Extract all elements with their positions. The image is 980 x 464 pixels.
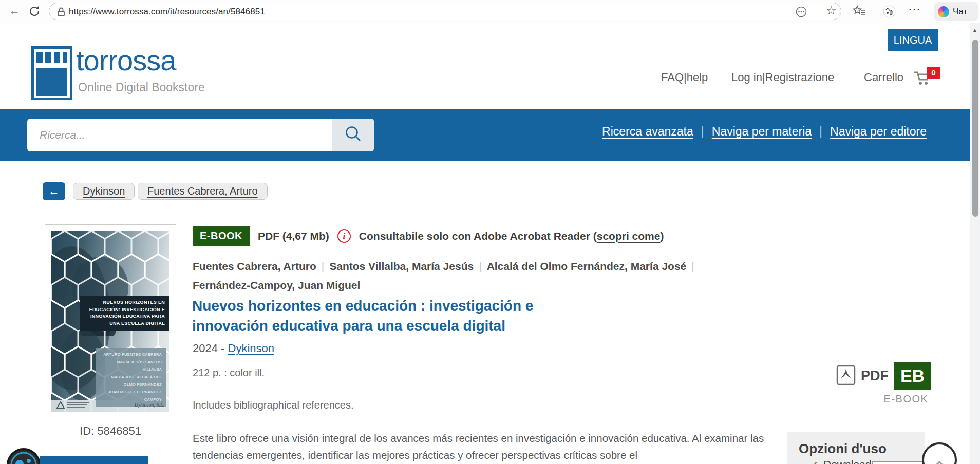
browse-publisher-link[interactable]: Naviga per editore: [830, 125, 927, 139]
year-publisher-row: 2024 - Dykinson: [193, 342, 274, 355]
search-band: Ricerca avanzata | Naviga per materia | …: [0, 109, 970, 161]
format-icons-row: PDF EB: [836, 362, 931, 390]
cart-count-badge: 0: [927, 67, 940, 79]
site-logo-tagline: Online Digital Bookstore: [78, 81, 205, 94]
page-scrollbar[interactable]: ▲: [970, 23, 980, 464]
authors-list: Fuentes Cabrera, Arturo|Santos Villalba,…: [193, 257, 778, 295]
language-button[interactable]: LINGUA: [888, 29, 938, 51]
ebook-badge[interactable]: EB: [894, 362, 931, 390]
browser-toolbar: ← https://www.torrossa.com/it/resources/…: [0, 0, 980, 23]
permissions-ellipsis-icon[interactable]: [795, 6, 807, 20]
copilot-label: Чат: [953, 7, 967, 17]
chevron-up-icon: [928, 458, 951, 464]
author-link[interactable]: Fuentes Cabrera, Arturo: [193, 260, 316, 272]
file-info: PDF (4,67 Mb): [258, 230, 329, 242]
format-row: E-BOOK PDF (4,67 Mb) i Consultabile solo…: [193, 226, 664, 246]
browser-window: ← https://www.torrossa.com/it/resources/…: [0, 0, 980, 464]
url-text[interactable]: https://www.torrossa.com/it/resources/an…: [69, 7, 265, 17]
author-separator: |: [479, 260, 481, 272]
check-icon: ✓: [810, 459, 819, 464]
physical-description: 212 p. : color ill.: [193, 367, 265, 379]
search-button[interactable]: [332, 119, 374, 151]
info-icon[interactable]: i: [337, 229, 351, 243]
favorites-bar-icon[interactable]: [851, 4, 866, 21]
breadcrumb-publisher-tag[interactable]: Dykinson: [73, 183, 135, 200]
cover-authors: ARTURO FUENTES CABRERA MARÍA JESÚS SANTO…: [96, 348, 166, 407]
scroll-to-top-button[interactable]: [922, 442, 957, 464]
cover-title: NUEVOS HORIZONTES EN EDUCACIÓN: INVESTIG…: [80, 296, 169, 331]
scrollbar-thumb[interactable]: [972, 40, 978, 217]
torrossa-castle-logo-icon[interactable]: [31, 46, 72, 102]
author-link[interactable]: Santos Villalba, María Jesús: [329, 260, 474, 272]
usage-options-panel: Opzioni d'uso ✓ Download: [787, 432, 925, 464]
link-separator: |: [701, 125, 704, 139]
cookie-icon: [6, 448, 41, 464]
cover-publisher-script: Dykinson, S.L.: [135, 402, 164, 408]
publisher-link[interactable]: Dykinson: [228, 342, 274, 355]
acrobat-notice: Consultabile solo con Adobe Acrobat Read…: [359, 230, 664, 242]
book-title: Nuevos horizontes en educación : investi…: [192, 296, 544, 336]
usage-options-title: Opzioni d'uso: [799, 441, 887, 457]
book-cover-image: NUEVOS HORIZONTES EN EDUCACIÓN: INVESTIG…: [51, 231, 169, 412]
resource-id-label: ID: 5846851: [45, 424, 176, 438]
site-header: torrossa Online Digital Bookstore LINGUA…: [0, 23, 970, 109]
cover-publisher-logo-a: [56, 401, 89, 409]
browser-refresh-icon[interactable]: [28, 5, 41, 20]
search-input[interactable]: [40, 119, 317, 151]
bibliography-note: Includes bibliographical references.: [193, 399, 354, 411]
scopri-come-link[interactable]: scopri come: [597, 230, 661, 242]
favorite-star-icon[interactable]: ☆: [826, 4, 837, 17]
search-box: [27, 119, 374, 151]
author-link[interactable]: Alcalá del Olmo Fernández, María José: [487, 260, 687, 272]
download-option-label[interactable]: Download: [823, 458, 871, 464]
rail-horizontal-divider: [787, 415, 925, 415]
author-separator: |: [691, 260, 694, 272]
address-bar[interactable]: https://www.torrossa.com/it/resources/an…: [49, 3, 841, 20]
back-button[interactable]: ←: [43, 182, 65, 200]
cookie-banner-bar: [40, 456, 148, 464]
advanced-search-link[interactable]: Ricerca avanzata: [602, 125, 693, 139]
extension-icon[interactable]: [883, 5, 896, 20]
book-cover[interactable]: NUEVOS HORIZONTES EN EDUCACIÓN: INVESTIG…: [45, 224, 176, 418]
cart-link[interactable]: Carrello: [864, 71, 903, 84]
search-band-links: Ricerca avanzata | Naviga per materia | …: [602, 125, 927, 139]
site-logo-title[interactable]: torrossa: [76, 44, 176, 77]
scrollbar-up-icon[interactable]: ▲: [972, 27, 977, 33]
copilot-icon: [938, 6, 949, 17]
book-description: Este libro ofrece una visión integral de…: [193, 430, 776, 463]
ebook-format-badge: E-BOOK: [193, 226, 250, 246]
search-icon: [344, 125, 363, 145]
lock-icon[interactable]: [55, 6, 67, 20]
browse-subject-link[interactable]: Naviga per materia: [712, 125, 812, 139]
login-registration-link[interactable]: Log in|Registrazione: [731, 71, 834, 84]
ebook-type-label: E-BOOK: [879, 393, 933, 405]
publication-year: 2024 -: [193, 342, 228, 355]
breadcrumb-author-tag[interactable]: Fuentes Cabrera, Arturo: [138, 183, 268, 200]
cookie-settings-button[interactable]: [6, 448, 41, 464]
link-separator: |: [819, 125, 822, 139]
browser-settings-icon[interactable]: ⋯: [908, 2, 920, 16]
author-link[interactable]: Fernández-Campoy, Juan Miguel: [193, 279, 360, 291]
address-bar-divider: [818, 6, 818, 17]
author-separator: |: [322, 260, 324, 272]
copilot-chat-button[interactable]: Чат: [934, 2, 978, 21]
pdf-icon[interactable]: [836, 364, 856, 388]
pdf-format-label[interactable]: PDF: [861, 368, 889, 384]
browser-back-icon[interactable]: ←: [9, 4, 20, 17]
faq-help-link[interactable]: FAQ|help: [661, 71, 708, 84]
